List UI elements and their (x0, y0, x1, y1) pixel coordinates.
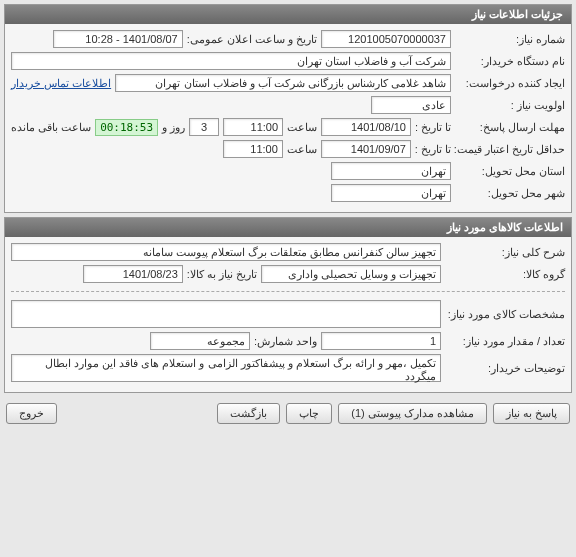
pub-date-value: 1401/08/07 - 10:28 (53, 30, 183, 48)
province-label: استان محل تحویل: (455, 165, 565, 178)
needdate-label: تاریخ نیاز به کالا: (187, 268, 257, 281)
remain-label: ساعت باقی مانده (11, 121, 91, 134)
action-bar: پاسخ به نیاز مشاهده مدارک پیوستی (1) چاپ… (0, 397, 576, 430)
respond-button[interactable]: پاسخ به نیاز (493, 403, 570, 424)
days-label: روز و (162, 121, 185, 134)
time-label-2: ساعت (287, 143, 317, 156)
deadline-label: مهلت ارسال پاسخ: (455, 121, 565, 134)
deadline-date: 1401/08/10 (321, 118, 411, 136)
priority-value: عادی (371, 96, 451, 114)
spec-label: مشخصات کالای مورد نیاز: (445, 308, 565, 321)
desc-label: شرح کلی نیاز: (445, 246, 565, 259)
credit-date: 1401/09/07 (321, 140, 411, 158)
back-button[interactable]: بازگشت (217, 403, 280, 424)
remaining-time: 00:18:53 (95, 119, 158, 136)
unit-value: مجموعه (150, 332, 250, 350)
group-value: تجهیزات و وسایل تحصیلی واداری (261, 265, 441, 283)
panel1-title: جزئیات اطلاعات نیاز (5, 5, 571, 24)
creator-label: ایجاد کننده درخواست: (455, 77, 565, 90)
city-label: شهر محل تحویل: (455, 187, 565, 200)
pub-date-label: تاریخ و ساعت اعلان عمومی: (187, 33, 317, 46)
notes-label: توضیحات خریدار: (445, 362, 565, 375)
time-label-1: ساعت (287, 121, 317, 134)
print-button[interactable]: چاپ (286, 403, 332, 424)
to-date-label: تا تاریخ : (415, 121, 451, 134)
group-label: گروه کالا: (445, 268, 565, 281)
goods-info-panel: اطلاعات کالاهای مورد نیاز شرح کلی نیاز: … (4, 217, 572, 393)
need-no-label: شماره نیاز: (455, 33, 565, 46)
to-date-label-2: تا تاریخ : (415, 143, 451, 156)
creator-value: شاهد غلامی کارشناس بازرگانی شرکت آب و فا… (115, 74, 451, 92)
org-value: شرکت آب و فاضلاب استان تهران (11, 52, 451, 70)
priority-label: اولویت نیاز : (455, 99, 565, 112)
deadline-time: 11:00 (223, 118, 283, 136)
unit-label: واحد شمارش: (254, 335, 317, 348)
credit-label: حداقل تاریخ اعتبار قیمت: (455, 143, 565, 156)
attachments-button[interactable]: مشاهده مدارک پیوستی (1) (338, 403, 487, 424)
contact-link[interactable]: اطلاعات تماس خریدار (11, 77, 111, 90)
need-details-panel: جزئیات اطلاعات نیاز شماره نیاز: 12010050… (4, 4, 572, 213)
qty-label: تعداد / مقدار مورد نیاز: (445, 335, 565, 348)
need-no-value: 1201005070000037 (321, 30, 451, 48)
credit-time: 11:00 (223, 140, 283, 158)
qty-value: 1 (321, 332, 441, 350)
days-value: 3 (189, 118, 219, 136)
panel2-title: اطلاعات کالاهای مورد نیاز (5, 218, 571, 237)
exit-button[interactable]: خروج (6, 403, 57, 424)
divider (11, 291, 565, 292)
notes-value: تکمیل ،مهر و ارائه برگ استعلام و پیشفاکت… (11, 354, 441, 382)
org-label: نام دستگاه خریدار: (455, 55, 565, 68)
needdate-value: 1401/08/23 (83, 265, 183, 283)
province-value: تهران (331, 162, 451, 180)
city-value: تهران (331, 184, 451, 202)
desc-value: تجهیز سالن کنفرانس مطابق متعلقات برگ است… (11, 243, 441, 261)
spec-value (11, 300, 441, 328)
